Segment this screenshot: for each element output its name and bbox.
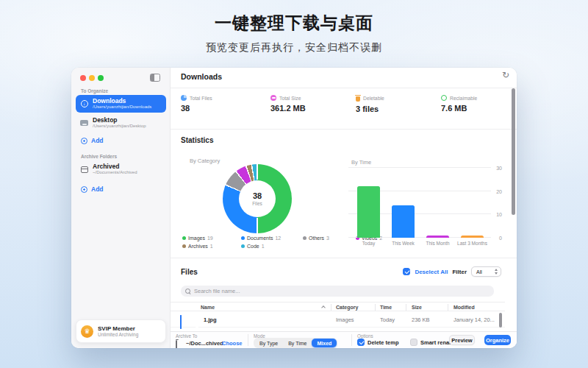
main-panel: Downloads ↻ Total Files 38 Total Size 36… (171, 68, 517, 348)
mode-by-type[interactable]: By Type (254, 339, 283, 347)
smart-rename-checkbox[interactable] (410, 339, 417, 346)
donut-center-value: 38 (253, 191, 262, 200)
stat-value: 38 (181, 104, 262, 113)
bottom-toolbar: Archive To ~/Doc...chived Choose Mode By… (171, 331, 517, 348)
hero-title: 一键整理下载与桌面 (0, 12, 588, 35)
bar-today (357, 186, 380, 238)
divider (351, 334, 352, 346)
download-circle-icon: ↓ (79, 100, 89, 107)
search-icon (185, 289, 191, 294)
page-title: Downloads (181, 72, 222, 81)
disk-icon (270, 95, 276, 101)
main-scrollbar[interactable] (512, 88, 515, 215)
recycle-circle-icon (441, 95, 447, 101)
delete-temp-checkbox[interactable] (357, 339, 365, 346)
table-header: Name Category Time Size Modified (171, 302, 505, 311)
hero-subtitle: 预览变更后再执行，安全归档不误删 (0, 41, 588, 54)
stat-value: 361.2 MB (270, 104, 351, 113)
trash-icon (356, 96, 360, 102)
app-window: To Organize ↓ Downloads /Users/yuanzhiji… (71, 68, 517, 348)
stat-value: 3 files (356, 105, 437, 113)
member-title: SVIP Member (98, 325, 138, 332)
options-label: Options (357, 333, 373, 339)
stat-deletable: Deletable 3 files (356, 95, 437, 113)
filter-select[interactable]: All (471, 266, 501, 277)
legend-item: Images19 (182, 236, 241, 241)
to-organize-section-label: To Organize (81, 88, 108, 93)
crown-icon: ♛ (81, 325, 93, 338)
delete-temp-option[interactable]: Delete temp (357, 339, 399, 346)
add-archive-folder-button[interactable]: Add (81, 185, 104, 193)
desktop-monitor-icon (79, 120, 89, 126)
preview-button[interactable]: Preview (449, 335, 475, 345)
bar-last-3-months (461, 236, 484, 238)
toggle-sidebar-icon[interactable] (150, 74, 160, 82)
legend-item: Archives1 (182, 244, 241, 249)
legend-item: Code1 (241, 244, 303, 249)
divider (171, 129, 517, 130)
files-heading: Files (181, 268, 198, 276)
mode-segmented-control: By Type By Time Mixed (254, 338, 337, 348)
zoom-window-button[interactable] (98, 75, 104, 81)
stat-total-size: Total Size 361.2 MB (270, 95, 351, 113)
files-toolbar: Deselect All Filter All (403, 266, 501, 277)
svip-member-card[interactable]: ♛ SVIP Member Unlimited Archiving (76, 319, 166, 343)
by-time-bar-chart: 0 10 20 30 Today This Week This Month La… (351, 168, 490, 238)
deselect-all-link[interactable]: Deselect All (415, 269, 448, 275)
stat-value: 7.6 MB (441, 104, 517, 113)
divider (248, 334, 248, 346)
sidebar-item-label: Desktop (93, 117, 146, 124)
legend-item: Documents12 (241, 236, 303, 241)
search-input[interactable] (194, 288, 341, 294)
sidebar-item-archived[interactable]: Archived ~/Documents/Archived (76, 160, 166, 178)
member-subtitle: Unlimited Archiving (98, 332, 138, 338)
stat-total-files: Total Files 38 (181, 95, 262, 113)
category-donut: 38 Files (223, 164, 292, 233)
refresh-icon[interactable]: ↻ (502, 70, 509, 80)
organize-button[interactable]: Organize (484, 335, 511, 345)
statistics-heading: Statistics (181, 136, 213, 144)
sidebar-item-path: ~/Documents/Archived (93, 170, 137, 175)
sidebar: To Organize ↓ Downloads /Users/yuanzhiji… (71, 68, 171, 348)
plus-circle-icon (81, 186, 87, 193)
sidebar-item-label: Downloads (93, 98, 151, 105)
select-all-checkbox[interactable] (403, 268, 410, 275)
table-row[interactable]: 1.jpg Images Today 236 KB January 14, 20… (171, 312, 505, 328)
archive-box-icon (79, 166, 89, 173)
sort-ascending-icon[interactable] (321, 305, 326, 310)
by-category-label: By Category (190, 158, 220, 164)
bar-this-week (392, 205, 415, 238)
divider (171, 258, 517, 258)
sidebar-item-path: /Users/yuanzhijian/Desktop (93, 124, 146, 129)
bar-this-month (426, 236, 449, 238)
row-checkbox[interactable] (180, 315, 182, 329)
mode-mixed[interactable]: Mixed (312, 339, 337, 347)
by-time-label: By Time (351, 159, 371, 166)
folder-icon (176, 340, 177, 348)
file-search-box (181, 286, 494, 297)
sidebar-item-downloads[interactable]: ↓ Downloads /Users/yuanzhijian/Downloads (76, 95, 166, 113)
divider (171, 88, 517, 88)
add-organize-folder-button[interactable]: Add (81, 137, 104, 144)
sidebar-item-desktop[interactable]: Desktop /Users/yuanzhijian/Desktop (76, 114, 166, 132)
close-window-button[interactable] (80, 75, 86, 81)
filter-label: Filter (452, 269, 467, 275)
plus-circle-icon (81, 138, 87, 144)
archive-path: ~/Doc...chived (186, 340, 223, 347)
mode-by-time[interactable]: By Time (283, 339, 312, 347)
stat-reclaimable: Reclaimable 7.6 MB (441, 95, 517, 113)
donut-center-label: Files (252, 201, 262, 206)
table-scrollbar[interactable] (499, 313, 502, 328)
archive-folders-section-label: Archive Folders (81, 154, 117, 159)
archive-to-label: Archive To (176, 333, 197, 339)
sidebar-item-label: Archived (93, 163, 137, 170)
sidebar-item-path: /Users/yuanzhijian/Downloads (93, 105, 151, 110)
files-pie-icon (181, 95, 187, 101)
choose-link[interactable]: Choose (222, 340, 243, 347)
minimize-window-button[interactable] (89, 75, 95, 81)
stepper-icon (495, 269, 498, 275)
